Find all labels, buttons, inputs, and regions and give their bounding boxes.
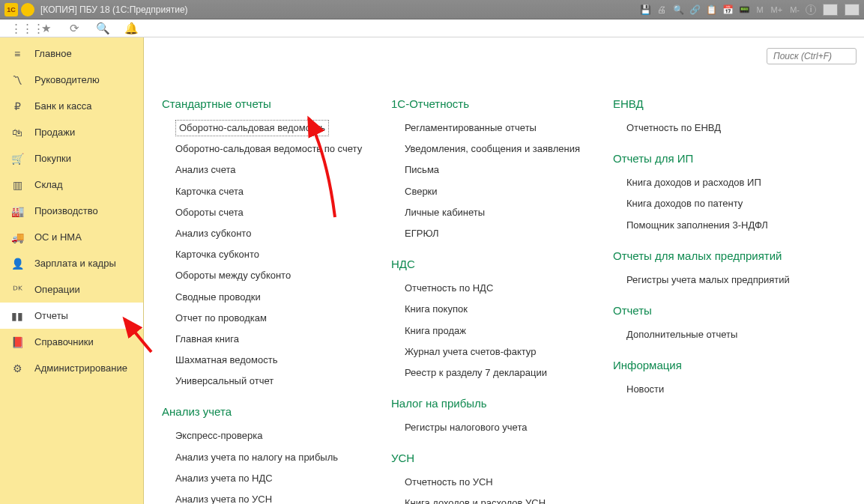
section-title[interactable]: Отчеты для малых предприятий <box>613 249 830 262</box>
link-list: Дополнительные отчеты <box>613 324 830 345</box>
sidebar-item-8[interactable]: 👤Зарплата и кадры <box>0 250 143 276</box>
section-title[interactable]: Отчеты для ИП <box>613 152 830 165</box>
link-item[interactable]: Отчетность по УСН <box>405 472 608 493</box>
link-item[interactable]: Регистры налогового учета <box>405 417 608 438</box>
sidebar-item-label: Продажи <box>34 127 75 138</box>
link-icon[interactable]: 🔗 <box>689 4 701 16</box>
link-item[interactable]: Регламентированные отчеты <box>405 118 608 139</box>
link-item[interactable]: Отчетность по ЕНВД <box>626 118 830 139</box>
history-icon[interactable]: ⟳ <box>67 22 81 35</box>
link-item[interactable]: Анализ счета <box>175 160 387 180</box>
maximize-button[interactable] <box>845 4 860 16</box>
link-item[interactable]: Шахматная ведомость <box>175 350 387 371</box>
link-item[interactable]: Отчетность по НДС <box>405 278 608 299</box>
link-item[interactable]: Отчет по проводкам <box>175 308 387 329</box>
link-item[interactable]: ЕГРЮЛ <box>405 223 608 244</box>
search-icon[interactable]: 🔍 <box>96 22 109 35</box>
sidebar-item-2[interactable]: ₽Банк и касса <box>0 93 143 119</box>
sidebar-item-11[interactable]: 📕Справочники <box>0 329 143 355</box>
help-icon[interactable]: i <box>806 4 816 15</box>
calendar-icon[interactable]: 📅 <box>722 4 734 16</box>
m-label[interactable]: M <box>755 5 764 14</box>
link-item[interactable]: Новости <box>626 379 830 400</box>
preview-icon[interactable]: 🔍 <box>672 4 684 16</box>
section-title[interactable]: Налог на прибыль <box>391 397 608 410</box>
apps-icon[interactable]: ⋮⋮⋮ <box>10 22 24 35</box>
link-item[interactable]: Книга покупок <box>405 299 608 320</box>
sidebar-item-label: Банк и касса <box>34 100 92 112</box>
sidebar-item-10[interactable]: ▮▮Отчеты <box>0 303 143 329</box>
link-item[interactable]: Журнал учета счетов-фактур <box>405 341 608 362</box>
link-item[interactable]: Личные кабинеты <box>405 202 608 223</box>
sidebar-item-4[interactable]: 🛒Покупки <box>0 145 143 171</box>
link-item[interactable]: Анализ учета по УСН <box>175 489 387 504</box>
sidebar-item-0[interactable]: ≡Главное <box>0 40 143 67</box>
link-item[interactable]: Книга доходов и расходов ИП <box>626 172 830 193</box>
sidebar-item-1[interactable]: 〽Руководителю <box>0 67 143 93</box>
chart-icon: ▮▮ <box>10 310 24 322</box>
link-item[interactable]: Карточка субконто <box>175 244 387 265</box>
link-list: Новости <box>613 379 830 400</box>
link-item[interactable]: Анализ учета по НДС <box>175 468 387 489</box>
sidebar-item-5[interactable]: ▥Склад <box>0 171 143 198</box>
link-item[interactable]: Оборотно-сальдовая ведомость <box>175 120 329 136</box>
section-title[interactable]: НДС <box>391 258 608 270</box>
factory-icon: 🏭 <box>10 205 24 217</box>
section-title[interactable]: Отчеты <box>613 304 830 317</box>
sidebar-item-9[interactable]: ᴰᴷОперации <box>0 276 143 303</box>
link-item[interactable]: Экспресс-проверка <box>175 425 387 446</box>
print-icon[interactable]: 🖨 <box>656 4 668 16</box>
clipboard-icon[interactable]: 📋 <box>705 4 717 16</box>
calculator-icon[interactable]: 📟 <box>738 4 750 16</box>
star-icon[interactable]: ★ <box>39 22 52 35</box>
sidebar-item-7[interactable]: 🚚ОС и НМА <box>0 224 143 250</box>
sidebar: ≡Главное〽Руководителю₽Банк и касса🛍Прода… <box>0 37 144 504</box>
sidebar-item-label: Операции <box>34 284 80 295</box>
section-title[interactable]: Информация <box>613 359 830 371</box>
section-title[interactable]: Стандартные отчеты <box>162 97 387 110</box>
section-title[interactable]: Анализ учета <box>162 405 387 418</box>
section-title[interactable]: ЕНВД <box>613 97 830 110</box>
link-item[interactable]: Книга продаж <box>405 321 608 341</box>
link-list: Экспресс-проверкаАнализ учета по налогу … <box>162 425 387 504</box>
sidebar-item-label: Склад <box>34 179 63 190</box>
section-title[interactable]: 1С-Отчетность <box>391 97 608 110</box>
link-item[interactable]: Обороты между субконто <box>175 265 387 286</box>
sidebar-item-label: Зарплата и кадры <box>34 258 116 269</box>
sidebar-item-label: Справочники <box>34 336 94 347</box>
search-input[interactable] <box>767 48 857 64</box>
sidebar-item-3[interactable]: 🛍Продажи <box>0 119 143 145</box>
link-item[interactable]: Универсальный отчет <box>175 371 387 392</box>
link-item[interactable]: Книга доходов и расходов УСН <box>405 493 608 504</box>
sidebar-item-6[interactable]: 🏭Производство <box>0 198 143 224</box>
minimize-button[interactable] <box>823 4 838 16</box>
section-title[interactable]: УСН <box>391 452 608 464</box>
cart-icon: 🛒 <box>10 153 24 165</box>
sidebar-item-label: Отчеты <box>34 310 68 321</box>
sidebar-item-12[interactable]: ⚙Администрирование <box>0 355 143 381</box>
link-item[interactable]: Реестр к разделу 7 декларации <box>405 362 608 383</box>
sidebar-item-label: ОС и НМА <box>34 231 82 243</box>
link-item[interactable]: Обороты счета <box>175 202 387 223</box>
link-item[interactable]: Оборотно-сальдовая ведомость по счету <box>175 139 387 160</box>
save-icon[interactable]: 💾 <box>639 4 651 16</box>
m-plus-label[interactable]: M+ <box>770 5 785 14</box>
m-minus-label[interactable]: M- <box>788 5 801 14</box>
link-item[interactable]: Анализ субконто <box>175 223 387 244</box>
sidebar-item-label: Главное <box>34 48 72 59</box>
link-item[interactable]: Регистры учета малых предприятий <box>626 270 830 291</box>
link-item[interactable]: Карточка счета <box>175 181 387 202</box>
link-item[interactable]: Дополнительные отчеты <box>626 324 830 345</box>
truck-icon: 🚚 <box>10 231 24 243</box>
link-item[interactable]: Главная книга <box>175 329 387 350</box>
link-item[interactable]: Сводные проводки <box>175 287 387 308</box>
link-item[interactable]: Письма <box>405 160 608 180</box>
link-list: Регистры налогового учета <box>391 417 608 438</box>
bell-icon[interactable]: 🔔 <box>124 22 138 35</box>
link-item[interactable]: Анализ учета по налогу на прибыль <box>175 447 387 468</box>
link-item[interactable]: Книга доходов по патенту <box>626 193 830 214</box>
link-item[interactable]: Помощник заполнения 3-НДФЛ <box>626 215 830 236</box>
link-item[interactable]: Сверки <box>405 181 608 202</box>
titlebar: 1С [КОПИЯ] ПБУ 18 (1С:Предприятие) 💾 🖨 🔍… <box>0 0 864 19</box>
link-item[interactable]: Уведомления, сообщения и заявления <box>405 139 608 160</box>
